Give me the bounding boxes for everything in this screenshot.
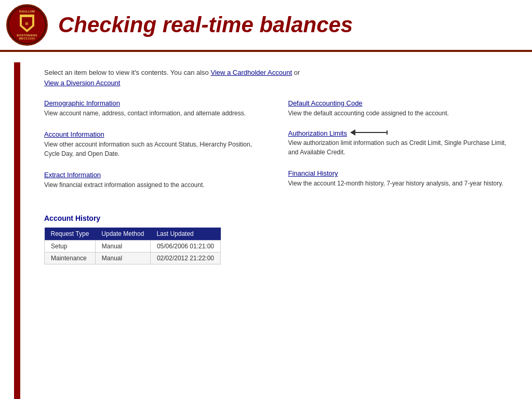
arrow-head-icon — [350, 129, 355, 136]
table-cell: Manual — [95, 240, 150, 252]
account-history-title: Account History — [44, 214, 511, 222]
demographic-information-desc: View account name, address, contact info… — [44, 109, 268, 118]
view-cardholder-account-link[interactable]: View a Cardholder Account — [210, 69, 292, 76]
authorization-limits-desc: View authorization limit information suc… — [288, 139, 512, 157]
right-sections: Default Accounting Code View the default… — [288, 98, 512, 202]
auth-limits-row: Authorization Limits — [288, 129, 512, 137]
main-content: Select an item below to view it's conten… — [34, 52, 532, 397]
table-cell: Maintenance — [45, 252, 96, 264]
arrow-annotation — [350, 129, 388, 136]
financial-history-link[interactable]: Financial History — [288, 169, 338, 177]
intro-paragraph: Select an item below to view it's conten… — [44, 68, 511, 88]
account-information-desc: View other account information such as A… — [44, 140, 268, 158]
left-accent-bar — [0, 52, 34, 397]
table-cell: 02/02/2012 21:22:00 — [150, 252, 220, 264]
default-accounting-code-link[interactable]: Default Accounting Code — [288, 99, 363, 107]
default-accounting-code-desc: View the default accounting code assigne… — [288, 109, 512, 118]
section-extract-information: Extract Information View financial extra… — [44, 170, 268, 190]
extract-information-link[interactable]: Extract Information — [44, 171, 101, 179]
section-financial-history: Financial History View the account 12-mo… — [288, 168, 512, 188]
extract-information-desc: View financial extract information assig… — [44, 181, 268, 190]
section-default-accounting-code: Default Accounting Code View the default… — [288, 98, 512, 118]
col-last-updated: Last Updated — [150, 228, 220, 241]
sections-grid: Demographic Information View account nam… — [44, 98, 511, 202]
col-request-type: Request Type — [45, 228, 96, 241]
account-history-section: Account History Request Type Update Meth… — [44, 214, 511, 264]
intro-text-before-link: Select an item below to view it's conten… — [44, 69, 210, 76]
header: SIGILLVM B BOSTONIENS MDCCCXIII Checking… — [0, 0, 532, 52]
view-diversion-account-link[interactable]: View a Diversion Account — [44, 79, 120, 87]
section-demographic-information: Demographic Information View account nam… — [44, 98, 268, 118]
demographic-information-link[interactable]: Demographic Information — [44, 99, 120, 107]
authorization-limits-link[interactable]: Authorization Limits — [288, 129, 347, 137]
arrow-line — [355, 132, 387, 133]
section-account-information: Account Information View other account i… — [44, 129, 268, 158]
financial-history-desc: View the account 12-month history, 7-yea… — [288, 179, 512, 188]
section-authorization-limits: Authorization Limits View authorization … — [288, 129, 512, 157]
table-cell: 05/06/2006 01:21:00 — [150, 240, 220, 252]
university-logo: SIGILLVM B BOSTONIENS MDCCCXIII — [6, 4, 48, 46]
col-update-method: Update Method — [95, 228, 150, 241]
table-row: MaintenanceManual02/02/2012 21:22:00 — [45, 252, 221, 264]
account-history-table: Request Type Update Method Last Updated … — [44, 228, 221, 264]
table-header-row: Request Type Update Method Last Updated — [45, 228, 221, 241]
account-information-link[interactable]: Account Information — [44, 130, 104, 138]
page-title: Checking real-time balances — [58, 12, 353, 37]
arrow-corner-vertical — [387, 130, 388, 135]
table-cell: Manual — [95, 252, 150, 264]
intro-text-or: or — [294, 69, 300, 76]
table-cell: Setup — [45, 240, 96, 252]
table-row: SetupManual05/06/2006 01:21:00 — [45, 240, 221, 252]
left-sections: Demographic Information View account nam… — [44, 98, 268, 202]
